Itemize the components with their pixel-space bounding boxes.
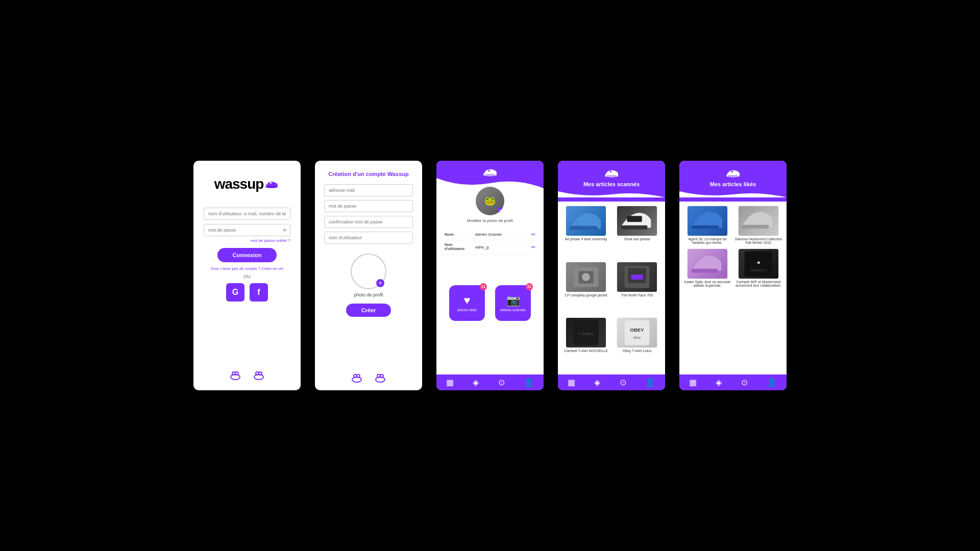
svg-point-5	[254, 374, 263, 380]
profile-avatar: 🐸 📷	[475, 186, 505, 216]
nav-grid-icon[interactable]: ▦	[446, 378, 454, 387]
liked-article-kader[interactable]: Kader Sylla. lève sa seconde adidas Supe…	[683, 248, 731, 288]
articles-likes-card[interactable]: 11 ♥ articles likés	[449, 285, 485, 321]
profile-photo-picker[interactable]: +	[351, 254, 386, 289]
nav-camera-icon3[interactable]: ⊙	[741, 378, 748, 387]
nav-grid-icon3[interactable]: ▦	[689, 378, 697, 387]
svg-rect-19	[621, 226, 648, 230]
nav-cube-icon3[interactable]: ◈	[716, 378, 722, 387]
article-name-cp: CP company google jacket	[565, 293, 607, 297]
profile-fields: Nom Adrien Granier ✏ Nomd'utilisateur ad…	[436, 227, 544, 280]
svg-rect-36	[692, 269, 718, 273]
svg-text:OBEY: OBEY	[630, 327, 644, 333]
screen-profile: 🐸 📷 Modifier la photo de profil Nom Adri…	[436, 161, 544, 390]
username-value: adrix_g	[475, 245, 531, 249]
nav-profile-icon[interactable]: 👤	[524, 378, 534, 387]
create-password-input[interactable]	[324, 200, 413, 212]
screen-scanned: Mes articles scannés Air jordan 4 blue u…	[558, 161, 665, 390]
liked-img-salomon	[738, 206, 779, 236]
svg-point-16	[610, 171, 611, 172]
article-dunk[interactable]: Dunk low panda	[613, 206, 661, 259]
nav-profile-icon2[interactable]: 👤	[645, 378, 655, 387]
foot-icon-right	[250, 369, 264, 380]
liked-header-shoe-icon	[724, 167, 742, 179]
edit-username-icon[interactable]: ✏	[531, 244, 535, 250]
svg-rect-35	[742, 225, 769, 229]
svg-rect-34	[692, 226, 719, 229]
modify-photo-label[interactable]: Modifier la photo de profil	[467, 218, 513, 223]
facebook-login-button[interactable]: f	[250, 283, 268, 302]
connexion-button[interactable]: Connexion	[217, 248, 277, 262]
liked-name-salomon: Salomon Advanced Collection Fall Winter …	[734, 237, 782, 244]
scanned-header: Mes articles scannés	[558, 161, 665, 202]
nav-camera-icon2[interactable]: ⊙	[620, 378, 626, 387]
nom-field-row: Nom Adrien Granier ✏	[445, 229, 535, 240]
password-wrap: 👁	[204, 224, 290, 236]
app-logo: wassup	[214, 176, 280, 192]
liked-article-salomon[interactable]: Salomon Advanced Collection Fall Winter …	[734, 206, 782, 245]
scanned-header-shoe-icon	[602, 167, 621, 179]
svg-point-23	[582, 273, 590, 281]
liked-header: Mes articles likés	[679, 161, 787, 202]
username-field-row: Nomd'utilisateur adrix_g ✏	[445, 240, 535, 255]
article-cp[interactable]: CP company google jacket	[562, 262, 610, 315]
svg-point-11	[376, 377, 385, 382]
liked-img-agent	[687, 206, 728, 236]
scanned-wave	[558, 191, 665, 197]
svg-rect-1	[267, 186, 277, 188]
article-name-jordan: Air jordan 4 blue university	[565, 237, 607, 241]
articles-scanned-card[interactable]: 11 📷 articles scannés	[495, 285, 531, 321]
camera-badge-icon[interactable]: 📷	[497, 207, 505, 215]
create-username-input[interactable]	[324, 232, 413, 244]
nav-cube-icon2[interactable]: ◈	[594, 378, 600, 387]
nav-profile-icon3[interactable]: 👤	[767, 378, 777, 387]
svg-point-10	[357, 374, 360, 378]
article-jordan[interactable]: Air jordan 4 blue university	[562, 206, 610, 259]
svg-point-8	[352, 377, 361, 382]
svg-point-0	[270, 182, 272, 184]
svg-point-32	[731, 171, 733, 172]
confirm-password-input[interactable]	[324, 216, 413, 228]
svg-rect-20	[627, 216, 642, 222]
article-obey[interactable]: OBEYlotus Obey T-shirt Lotus	[613, 317, 661, 370]
google-login-button[interactable]: G	[226, 283, 244, 302]
screen-liked: Mes articles likés Agent 33. La marque d…	[679, 161, 787, 390]
screen-create-account: Création d'un compte Wassup + photo de p…	[315, 161, 422, 390]
create-account-button[interactable]: Créer	[346, 304, 391, 317]
article-img-cp	[566, 262, 606, 292]
edit-nom-icon[interactable]: ✏	[531, 232, 535, 237]
likes-label: articles likés	[457, 308, 477, 312]
foot-icon-left	[230, 369, 244, 380]
username-input[interactable]	[204, 208, 290, 220]
nav-camera-icon[interactable]: ⊙	[498, 378, 505, 387]
article-img-dunk	[617, 206, 657, 236]
nav-cube-icon[interactable]: ◈	[473, 378, 479, 387]
eye-icon[interactable]: 👁	[282, 228, 287, 233]
header-shoe-icon	[481, 166, 499, 178]
liked-article-carhartt2[interactable]: ☠CARHARTT Carhartt WIP et Mastermind ann…	[734, 248, 782, 288]
liked-article-agent[interactable]: Agent 33. La marque de baskets qui monte…	[683, 206, 731, 245]
email-input[interactable]	[324, 184, 413, 196]
foot-icon-right2	[371, 371, 385, 383]
article-img-northface	[617, 262, 657, 292]
foot-icon-left2	[352, 371, 366, 383]
liked-name-carhartt2: Carhartt WIP et Mastermind annoncent leu…	[734, 280, 782, 287]
article-img-obey: OBEYlotus	[617, 317, 657, 348]
password-input[interactable]	[204, 224, 290, 236]
forgot-password-link[interactable]: mot de passe oublié ?	[204, 238, 290, 243]
scanned-label: articles scannés	[500, 308, 526, 312]
screens-container: wassup 👁 mot de passe oublié ? Connexion…	[193, 161, 787, 390]
svg-point-7	[259, 372, 262, 375]
svg-text:CARHARTT: CARHARTT	[750, 268, 767, 271]
nom-value: Adrien Granier	[475, 232, 531, 237]
article-name-northface: The North Face 700	[621, 293, 653, 297]
liked-name-agent: Agent 33. La marque de baskets qui monte…	[683, 237, 731, 244]
svg-point-4	[235, 372, 238, 375]
scanned-badge: 11	[526, 283, 533, 290]
article-carhartt[interactable]: T-SHIRT Carhartt T-shirt NOUVELLE	[562, 317, 610, 370]
no-account-link[interactable]: Vous n'avez pas de compte ? Créez-en un!	[210, 266, 283, 271]
article-northface[interactable]: The North Face 700	[613, 262, 661, 315]
logo-shoe-icon	[263, 179, 280, 190]
svg-point-2	[231, 374, 240, 380]
nav-grid-icon2[interactable]: ▦	[568, 378, 575, 387]
